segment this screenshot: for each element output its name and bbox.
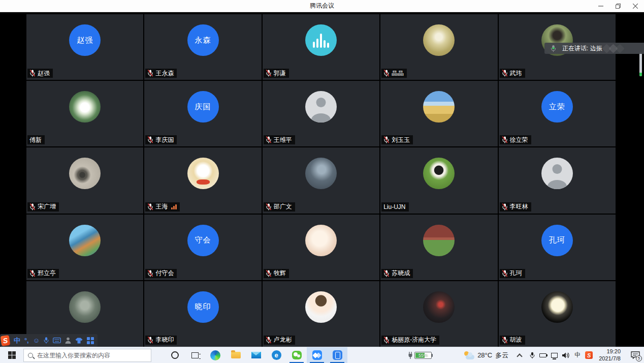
battery-widget: 55%: [408, 352, 432, 359]
participant-tile[interactable]: 杨丽原-济南大学: [380, 281, 497, 347]
taskbar-app-edge[interactable]: [205, 347, 226, 363]
participant-avatar: [423, 158, 455, 189]
minimize-button[interactable]: [592, 0, 609, 12]
participant-tile[interactable]: 郭谦: [263, 14, 379, 80]
participant-avatar: 永森: [187, 24, 219, 56]
taskbar-app-taskview[interactable]: [185, 347, 205, 363]
battery-level-indicator: 55%: [414, 352, 432, 359]
person-silhouette-icon: [316, 98, 326, 107]
tray-mic-icon: [530, 352, 535, 359]
plug-icon: [408, 352, 413, 359]
participant-tile[interactable]: 李旺林: [499, 147, 616, 213]
participant-name: 赵强: [38, 69, 50, 78]
participant-tile[interactable]: 守会 付守会: [144, 215, 261, 280]
participant-name-tag: 王维平: [264, 135, 295, 144]
clock-time: 19:20: [599, 348, 621, 355]
weather-widget[interactable]: 28°C 多云: [463, 351, 508, 360]
tray-item-sogou[interactable]: S: [585, 351, 593, 359]
taskbar-app-mail[interactable]: [246, 347, 266, 363]
speaking-indicator: 正在讲话: 边振: [544, 43, 644, 54]
participant-tile[interactable]: 苏晓成: [380, 215, 497, 280]
participant-tile[interactable]: 王海: [144, 147, 261, 213]
cortana-icon: [171, 351, 179, 359]
participant-tile[interactable]: 胡波: [499, 281, 616, 347]
minimize-icon: [598, 4, 603, 9]
search-input[interactable]: [37, 352, 139, 359]
participant-tile[interactable]: 永森 王永森: [144, 14, 261, 80]
start-button[interactable]: [0, 347, 23, 363]
sogou-account-icon[interactable]: [65, 336, 71, 346]
taskbar-app-ie[interactable]: e: [266, 347, 286, 363]
participant-tile[interactable]: 卢龙彬: [263, 281, 379, 347]
participant-tile[interactable]: 立荣 徐立荣: [499, 81, 616, 146]
participant-avatar: 孔珂: [541, 225, 573, 256]
participant-name: 晶晶: [392, 69, 404, 78]
participant-avatar: [541, 158, 573, 189]
participant-avatar: [69, 291, 101, 323]
sogou-punctuation-icon[interactable]: °,: [24, 336, 29, 346]
participant-tile[interactable]: 邵广文: [263, 147, 379, 213]
participant-name-tag: 王海: [145, 202, 180, 211]
maximize-button[interactable]: [609, 0, 627, 12]
participant-tile[interactable]: Liu-UJN: [380, 147, 497, 213]
participant-tile[interactable]: 王维平: [263, 81, 379, 146]
participant-tile[interactable]: 孔珂 孔珂: [499, 215, 616, 280]
tray-item-mic[interactable]: [530, 352, 535, 359]
restore-icon: [616, 4, 621, 9]
tray-item-volume[interactable]: [562, 352, 570, 358]
edge-browser-icon: [210, 350, 220, 360]
participant-tile[interactable]: 傅新: [26, 81, 143, 146]
sogou-keyboard-icon[interactable]: [53, 336, 61, 346]
participant-name: Liu-UJN: [383, 203, 405, 210]
participant-name-tag: 胡波: [500, 336, 525, 345]
participant-avatar: [541, 291, 573, 323]
muted-mic-icon: [502, 203, 508, 210]
close-button[interactable]: [627, 0, 644, 12]
participant-name: 李旺林: [510, 202, 528, 211]
action-center-button[interactable]: 5: [629, 347, 642, 363]
taskbar-app-cortana[interactable]: [165, 347, 185, 363]
participant-tile[interactable]: 牧辉: [263, 215, 379, 280]
sogou-mic-icon[interactable]: [44, 336, 49, 346]
taskbar-app-explorer[interactable]: [226, 347, 246, 363]
participant-tile[interactable]: 庆国 李庆国: [144, 81, 261, 146]
scrollbar-thumb[interactable]: [639, 52, 642, 76]
participant-scrollbar[interactable]: [639, 52, 642, 76]
participant-avatar: 立荣: [541, 91, 573, 123]
search-icon: [28, 353, 33, 358]
muted-mic-icon: [147, 270, 153, 277]
tray-item-network[interactable]: [551, 353, 558, 358]
participant-tile[interactable]: 晓印 李晓印: [144, 281, 261, 347]
muted-mic-icon: [147, 203, 153, 210]
participant-tile[interactable]: 邢立亭: [26, 215, 143, 280]
participant-name: 邵广文: [274, 202, 292, 211]
tray-sogou-icon: S: [585, 351, 593, 359]
sogou-toolbox-icon[interactable]: [87, 336, 94, 346]
sogou-skin-icon[interactable]: [75, 336, 83, 346]
sogou-logo[interactable]: S: [1, 335, 11, 346]
wechat-icon: [292, 351, 302, 359]
taskbar-app-wechat[interactable]: [286, 347, 307, 363]
participant-tile[interactable]: 刘玉玉: [380, 81, 497, 146]
tray-item-battery[interactable]: [539, 353, 546, 357]
taskbar-app-meeting[interactable]: [307, 347, 327, 363]
sogou-lang-mode-icon[interactable]: 中: [14, 336, 20, 346]
participant-tile[interactable]: 宋广增: [26, 147, 143, 213]
taskbar-app-phone[interactable]: [327, 347, 347, 363]
show-hidden-icons-chevron[interactable]: [517, 353, 523, 359]
muted-mic-icon: [502, 270, 508, 277]
sogou-emoji-icon[interactable]: ☺: [33, 336, 40, 346]
participant-tile[interactable]: 赵强 赵强: [26, 14, 143, 80]
tray-battery-icon: [539, 353, 546, 357]
participant-name: 苏晓成: [392, 269, 410, 278]
person-silhouette-icon: [552, 164, 562, 174]
taskbar-clock[interactable]: 19:20 2021/7/8: [599, 348, 621, 362]
taskbar-search-box[interactable]: [23, 349, 151, 362]
muted-mic-icon: [266, 203, 272, 210]
muted-mic-icon: [266, 136, 272, 143]
participant-tile[interactable]: 晶晶: [380, 14, 497, 80]
tray-item-lang[interactable]: 中: [574, 351, 581, 359]
participant-name: 王永森: [155, 69, 174, 78]
muted-mic-icon: [147, 70, 153, 77]
your-phone-icon: [333, 350, 342, 360]
